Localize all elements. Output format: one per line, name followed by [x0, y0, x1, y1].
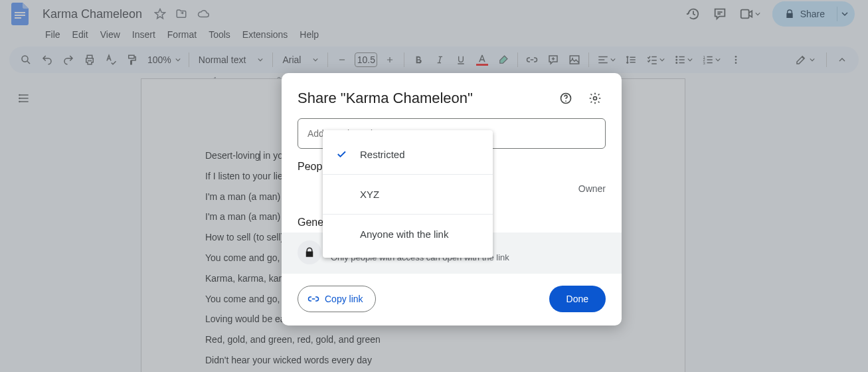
- menu-item-anyone[interactable]: Anyone with the link: [323, 214, 493, 254]
- svg-point-20: [594, 97, 597, 100]
- settings-icon[interactable]: [584, 88, 606, 109]
- copy-link-label: Copy link: [325, 294, 363, 304]
- access-level-menu: Restricted XYZ Anyone with the link: [323, 130, 493, 258]
- menu-item-label: XYZ: [360, 189, 379, 200]
- help-icon[interactable]: [555, 88, 576, 109]
- person-role: Owner: [578, 183, 606, 194]
- menu-item-org[interactable]: XYZ: [323, 174, 493, 214]
- check-icon: [335, 148, 348, 160]
- app-root: Karma Chameleon Share File Edit View Ins…: [0, 0, 868, 372]
- menu-item-label: Anyone with the link: [360, 229, 448, 240]
- done-button[interactable]: Done: [549, 286, 606, 312]
- copy-link-button[interactable]: Copy link: [298, 286, 376, 312]
- svg-point-19: [565, 100, 566, 102]
- menu-item-restricted[interactable]: Restricted: [323, 134, 493, 174]
- link-icon: [307, 293, 319, 305]
- menu-item-label: Restricted: [360, 149, 405, 160]
- lock-icon: [298, 240, 321, 264]
- dialog-title: Share "Karma Chameleon": [298, 90, 547, 107]
